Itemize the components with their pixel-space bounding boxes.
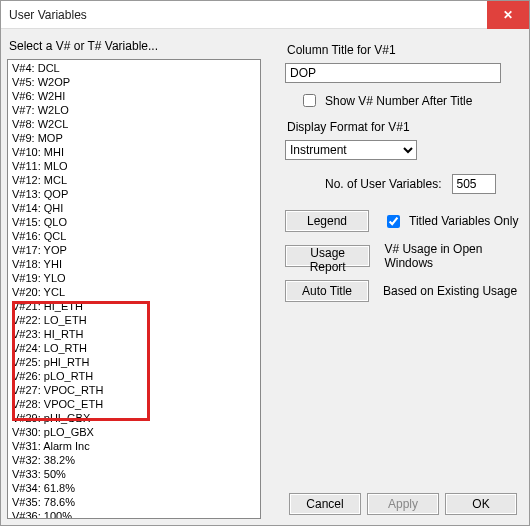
- list-item[interactable]: V#14: QHI: [8, 201, 260, 215]
- list-item[interactable]: V#21: HI_ETH: [8, 299, 260, 313]
- list-item[interactable]: V#20: YCL: [8, 285, 260, 299]
- list-item[interactable]: V#22: LO_ETH: [8, 313, 260, 327]
- list-item[interactable]: V#30: pLO_GBX: [8, 425, 260, 439]
- list-item[interactable]: V#8: W2CL: [8, 117, 260, 131]
- list-item[interactable]: V#10: MHI: [8, 145, 260, 159]
- titled-only-checkbox[interactable]: [387, 215, 400, 228]
- close-icon: ✕: [503, 8, 513, 22]
- list-item[interactable]: V#29: pHI_GBX: [8, 411, 260, 425]
- show-number-label: Show V# Number After Title: [325, 94, 472, 108]
- list-item[interactable]: V#25: pHI_RTH: [8, 355, 260, 369]
- variable-select-label: Select a V# or T# Variable...: [9, 39, 261, 53]
- list-item[interactable]: V#28: VPOC_ETH: [8, 397, 260, 411]
- list-item[interactable]: V#35: 78.6%: [8, 495, 260, 509]
- list-item[interactable]: V#5: W2OP: [8, 75, 260, 89]
- display-format-label: Display Format for V#1: [287, 120, 521, 134]
- legend-button[interactable]: Legend: [285, 210, 369, 232]
- numvars-input[interactable]: [452, 174, 496, 194]
- list-item[interactable]: V#18: YHI: [8, 257, 260, 271]
- show-number-checkbox[interactable]: [303, 94, 316, 107]
- list-item[interactable]: V#27: VPOC_RTH: [8, 383, 260, 397]
- numvars-label: No. of User Variables:: [325, 177, 442, 191]
- auto-title-button[interactable]: Auto Title: [285, 280, 369, 302]
- list-item[interactable]: V#19: YLO: [8, 271, 260, 285]
- window-title: User Variables: [9, 8, 487, 22]
- right-pane: Column Title for V#1 Show V# Number Afte…: [267, 35, 523, 519]
- list-item[interactable]: V#11: MLO: [8, 159, 260, 173]
- list-item[interactable]: V#31: Alarm Inc: [8, 439, 260, 453]
- list-item[interactable]: V#34: 61.8%: [8, 481, 260, 495]
- list-item[interactable]: V#7: W2LO: [8, 103, 260, 117]
- column-title-input[interactable]: [285, 63, 501, 83]
- titlebar: User Variables ✕: [1, 1, 529, 29]
- list-item[interactable]: V#6: W2HI: [8, 89, 260, 103]
- list-item[interactable]: V#26: pLO_RTH: [8, 369, 260, 383]
- close-button[interactable]: ✕: [487, 1, 529, 29]
- variable-listbox[interactable]: V#4: DCLV#5: W2OPV#6: W2HIV#7: W2LOV#8: …: [7, 59, 261, 519]
- list-item[interactable]: V#33: 50%: [8, 467, 260, 481]
- usage-report-desc: V# Usage in Open Windows: [384, 242, 521, 270]
- list-item[interactable]: V#17: YOP: [8, 243, 260, 257]
- list-item[interactable]: V#23: HI_RTH: [8, 327, 260, 341]
- list-item[interactable]: V#16: QCL: [8, 229, 260, 243]
- dialog-buttons: Cancel Apply OK: [289, 493, 517, 515]
- usage-report-button[interactable]: Usage Report: [285, 245, 370, 267]
- list-item[interactable]: V#15: QLO: [8, 215, 260, 229]
- cancel-button[interactable]: Cancel: [289, 493, 361, 515]
- display-format-select[interactable]: Instrument: [285, 140, 417, 160]
- list-item[interactable]: V#13: QOP: [8, 187, 260, 201]
- ok-button[interactable]: OK: [445, 493, 517, 515]
- list-item[interactable]: V#24: LO_RTH: [8, 341, 260, 355]
- list-item[interactable]: V#4: DCL: [8, 61, 260, 75]
- list-item[interactable]: V#12: MCL: [8, 173, 260, 187]
- column-title-label: Column Title for V#1: [287, 43, 521, 57]
- content-area: Select a V# or T# Variable... V#4: DCLV#…: [1, 29, 529, 525]
- list-item[interactable]: V#32: 38.2%: [8, 453, 260, 467]
- titled-only-label: Titled Variables Only: [409, 214, 518, 228]
- auto-title-desc: Based on Existing Usage: [383, 284, 517, 298]
- left-pane: Select a V# or T# Variable... V#4: DCLV#…: [7, 35, 267, 519]
- list-item[interactable]: V#36: 100%: [8, 509, 260, 519]
- apply-button[interactable]: Apply: [367, 493, 439, 515]
- list-item[interactable]: V#9: MOP: [8, 131, 260, 145]
